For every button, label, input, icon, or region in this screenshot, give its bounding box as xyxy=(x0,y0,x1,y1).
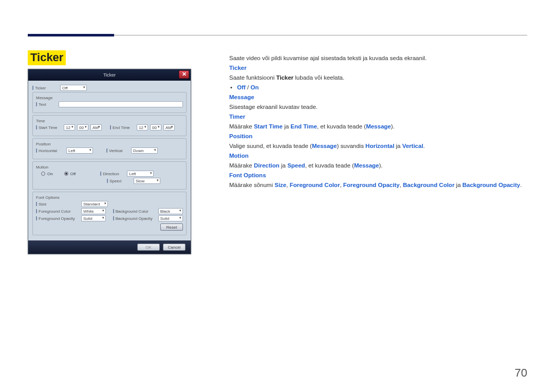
bg-color-dropdown[interactable]: Black xyxy=(158,208,183,214)
header-accent-bar xyxy=(28,34,114,36)
text-link: Start Time xyxy=(254,123,283,129)
text-link: Foreground Color xyxy=(290,182,340,188)
text-span: . xyxy=(423,143,425,149)
text-span: ). xyxy=(379,162,383,169)
text-span: , et kuvada teade ( xyxy=(305,162,354,169)
fontopts-subhead: Font Options xyxy=(229,171,527,180)
end-hour-dropdown[interactable]: 12 xyxy=(137,124,148,130)
size-dropdown[interactable]: Standard xyxy=(81,201,108,207)
text-span: Määrake xyxy=(229,162,254,169)
off-link: Off xyxy=(237,84,246,90)
position-desc: Valige suund, et kuvada teade (Message) … xyxy=(229,141,527,151)
speed-dropdown[interactable]: Slow xyxy=(134,178,160,184)
dialog-footer: OK Cancel xyxy=(28,240,191,254)
position-subhead: Position xyxy=(229,132,527,141)
start-min-dropdown[interactable]: 00 xyxy=(77,124,88,130)
text-span: ja xyxy=(394,143,402,149)
dialog-title: Ticker xyxy=(103,72,116,78)
text-link: Background Color xyxy=(403,182,454,188)
bg-opacity-label: Background Opacity xyxy=(113,216,156,221)
intro-text: Saate video või pildi kuvamise ajal sise… xyxy=(229,53,527,63)
text-label: Text xyxy=(36,102,57,107)
off-on-bullet: Off / On xyxy=(229,83,527,92)
end-min-dropdown[interactable]: 00 xyxy=(150,124,161,130)
horizontal-dropdown[interactable]: Left xyxy=(66,147,93,154)
text-span: ) suvandis xyxy=(337,143,366,149)
text-link: Speed xyxy=(287,162,305,169)
text-bold: Ticker xyxy=(276,74,293,81)
message-subhead: Message xyxy=(229,92,527,102)
text-span: ). xyxy=(391,123,395,129)
fg-color-dropdown[interactable]: White xyxy=(81,208,106,214)
start-hour-dropdown[interactable]: 12 xyxy=(64,124,75,130)
font-options-group: Font Options Size Standard Foreground Co… xyxy=(32,192,187,235)
position-group-title: Position xyxy=(36,142,183,146)
end-ampm-dropdown[interactable]: AM xyxy=(163,124,175,130)
fontopts-desc: Määrake sõnumi Size, Foreground Color, F… xyxy=(229,180,527,190)
text-link: Size xyxy=(274,182,286,188)
timer-desc: Määrake Start Time ja End Time, et kuvad… xyxy=(229,122,527,132)
bg-opacity-dropdown[interactable]: Solid xyxy=(158,215,183,221)
text-span: , et kuvada teade ( xyxy=(317,123,366,129)
size-label: Size xyxy=(36,202,79,207)
ticker-label: Ticker xyxy=(32,86,58,90)
vertical-label: Vertical xyxy=(106,148,129,153)
horizontal-label: Horizontal xyxy=(36,148,64,153)
dialog-body: Ticker Off Message Text Time Start Time … xyxy=(28,81,191,240)
ticker-dialog: Ticker ✕ Ticker Off Message Text Time St… xyxy=(28,69,191,254)
text-link: Message xyxy=(354,162,379,169)
motion-off-radio[interactable] xyxy=(64,172,68,176)
fg-opacity-dropdown[interactable]: Solid xyxy=(81,215,106,221)
ticker-dropdown[interactable]: Off xyxy=(60,85,87,91)
motion-group-title: Motion xyxy=(36,165,183,170)
message-group-title: Message xyxy=(36,96,183,100)
text-span: Määrake xyxy=(229,123,254,129)
on-link: On xyxy=(250,84,258,90)
end-time-label: End Time xyxy=(110,125,135,130)
vertical-dropdown[interactable]: Down xyxy=(131,147,158,154)
start-time-label: Start Time xyxy=(36,125,62,130)
position-group: Position Horizontal Left Vertical Down xyxy=(32,138,187,159)
text-link: Horizontal xyxy=(365,143,394,149)
text-span: lubada või keelata. xyxy=(293,74,344,81)
bg-color-label: Background Color xyxy=(113,209,156,214)
reset-button[interactable]: Reset xyxy=(160,223,183,231)
fg-opacity-label: Foreground Opacity xyxy=(36,216,79,221)
text-span: Valige suund, et kuvada teade ( xyxy=(229,143,312,149)
motion-off-label: Off xyxy=(70,172,76,176)
motion-on-label: On xyxy=(47,172,53,176)
text-link: Foreground Opacity xyxy=(343,182,400,188)
text-span: ja xyxy=(280,162,287,169)
motion-desc: Määrake Direction ja Speed, et kuvada te… xyxy=(229,161,527,171)
motion-subhead: Motion xyxy=(229,151,527,161)
text-link: Message xyxy=(366,123,391,129)
start-ampm-dropdown[interactable]: AM xyxy=(90,124,102,130)
speed-label: Speed xyxy=(107,179,132,183)
cancel-button[interactable]: Cancel xyxy=(163,244,186,251)
section-heading: Ticker xyxy=(28,50,66,65)
document-body: Saate video või pildi kuvamise ajal sise… xyxy=(229,53,527,190)
separator: / xyxy=(246,84,251,90)
text-field[interactable] xyxy=(59,101,183,107)
page-number: 70 xyxy=(515,366,527,380)
text-link: Direction xyxy=(254,162,280,169)
direction-label: Direction xyxy=(100,172,125,176)
timer-subhead: Timer xyxy=(229,112,527,122)
text-span: . xyxy=(520,182,522,188)
motion-on-radio[interactable] xyxy=(41,172,45,176)
text-span: Saate funktsiooni xyxy=(229,74,276,81)
time-group-title: Time xyxy=(36,119,183,123)
ticker-subhead: Ticker xyxy=(229,63,527,73)
font-options-group-title: Font Options xyxy=(36,195,183,200)
text-span: ja xyxy=(454,182,462,188)
direction-dropdown[interactable]: Left xyxy=(127,171,154,177)
message-group: Message Text xyxy=(32,92,187,113)
time-group: Time Start Time 12 00 AM End Time 12 00 … xyxy=(32,115,187,136)
text-link: End Time xyxy=(290,123,317,129)
close-icon[interactable]: ✕ xyxy=(179,70,189,79)
motion-group: Motion On Off Direction Left Speed Slow xyxy=(32,161,187,190)
message-desc: Sisestage ekraanil kuvatav teade. xyxy=(229,102,527,112)
text-link: Vertical xyxy=(402,143,423,149)
text-span: ja xyxy=(283,123,290,129)
ok-button[interactable]: OK xyxy=(137,244,160,251)
